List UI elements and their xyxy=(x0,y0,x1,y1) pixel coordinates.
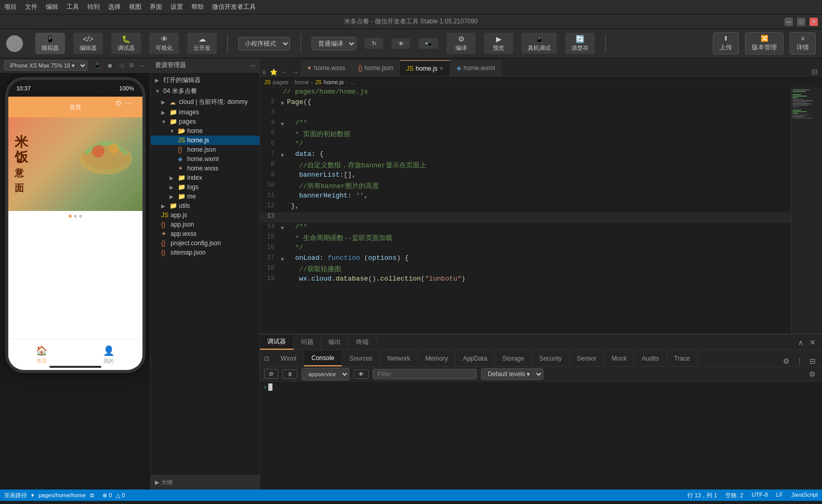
file-home-json[interactable]: {} home.json xyxy=(151,145,259,154)
split-editor-button[interactable]: ⊟ xyxy=(812,68,818,76)
phone-menu-icon[interactable]: ··· xyxy=(126,99,132,107)
dock-icon[interactable]: ⊟ xyxy=(807,356,818,366)
panel-tab-trace[interactable]: Trace xyxy=(667,350,698,366)
pages-folder[interactable]: ▼ 📁 pages xyxy=(151,117,259,126)
console-context-selector[interactable]: appservice xyxy=(302,368,349,380)
devtools-tab-terminal[interactable]: 终端 xyxy=(349,335,376,350)
status-language[interactable]: JavaScript xyxy=(791,492,818,499)
fold-arrow-4[interactable]: ▼ xyxy=(281,122,284,127)
panel-tab-sensor[interactable]: Sensor xyxy=(570,350,605,366)
open-editors-group[interactable]: ▶ 打开的编辑器 xyxy=(151,75,259,86)
menu-item-help[interactable]: 帮助 xyxy=(191,3,204,11)
panel-tab-console[interactable]: Console xyxy=(304,350,342,366)
cloud-button[interactable]: ☁ 云开发 xyxy=(187,33,217,54)
menu-item-select[interactable]: 选择 xyxy=(108,3,121,11)
copy-button[interactable]: ⧉ xyxy=(129,62,134,69)
devtools-tab-issues[interactable]: 问题 xyxy=(294,335,321,350)
compile-selector[interactable]: 普通编译 xyxy=(311,37,356,50)
preview-button[interactable]: ▶ 预览 xyxy=(484,33,513,54)
tab-forward[interactable]: → xyxy=(290,69,301,76)
record-button[interactable]: ⏺ xyxy=(107,62,113,69)
file-app-js[interactable]: JS app.js xyxy=(151,210,259,220)
settings-icon[interactable]: ⚙ xyxy=(781,356,792,366)
panel-tab-wxml[interactable]: Wxml xyxy=(273,350,304,366)
panel-tab-audits[interactable]: Audits xyxy=(634,350,667,366)
panel-tab-network[interactable]: Network xyxy=(380,350,418,366)
file-home-js[interactable]: JS home.js xyxy=(151,136,259,145)
status-spaces[interactable]: 空格: 2 xyxy=(725,492,743,499)
menu-item-settings[interactable]: 设置 xyxy=(171,3,183,11)
panel-tab-sources[interactable]: Sources xyxy=(342,350,380,366)
panel-tab-mock[interactable]: Mock xyxy=(605,350,635,366)
index-folder[interactable]: ▶ 📁 index xyxy=(151,173,259,182)
menu-item-project[interactable]: 项目 xyxy=(4,3,17,11)
tab-sidebar-toggle[interactable]: ≡ xyxy=(260,69,268,76)
devtools-close-button[interactable]: ✕ xyxy=(807,337,818,348)
console-preserve-button[interactable]: ⏸ xyxy=(282,369,297,379)
bc-pages[interactable]: pages xyxy=(273,79,289,85)
preview-mode-button[interactable]: 👁 xyxy=(392,38,410,49)
status-line-ending[interactable]: LF xyxy=(776,492,783,499)
simulator-button[interactable]: 📱 模拟器 xyxy=(35,33,65,54)
menu-item-goto[interactable]: 转到 xyxy=(87,3,100,11)
tab-home-json[interactable]: {} home.json xyxy=(352,60,400,76)
menu-item-view[interactable]: 视图 xyxy=(129,3,141,11)
file-app-json[interactable]: {} app.json xyxy=(151,220,259,229)
editor-button[interactable]: </> 编辑器 xyxy=(73,33,103,54)
console-settings-icon[interactable]: ⚙ xyxy=(807,369,818,379)
logs-folder[interactable]: ▶ 📁 logs xyxy=(151,182,259,192)
upload-button[interactable]: ⬆ 上传 xyxy=(713,32,739,55)
panel-tab-memory[interactable]: Memory xyxy=(418,350,455,366)
menu-item-ui[interactable]: 界面 xyxy=(150,3,162,11)
console-cursor[interactable] xyxy=(268,383,272,391)
panel-tab-security[interactable]: Security xyxy=(532,350,569,366)
status-file-path[interactable]: pages/home/home xyxy=(38,492,86,498)
panel-tab-storage[interactable]: Storage xyxy=(495,350,532,366)
fold-arrow-17[interactable]: ▼ xyxy=(281,257,284,262)
file-sitemap[interactable]: {} sitemap.json xyxy=(151,248,259,257)
file-home-wxss[interactable]: ✦ home.wxss xyxy=(151,164,259,173)
detail-button[interactable]: ≡ 详情 xyxy=(790,32,816,55)
tab-bookmark[interactable]: ⭐ xyxy=(268,69,280,76)
compile-button[interactable]: ⚙ 编译 xyxy=(447,33,476,54)
mode-selector[interactable]: 小程序模式 xyxy=(238,37,290,50)
bc-more[interactable]: ... xyxy=(350,79,355,85)
devtools-tab-output[interactable]: 输出 xyxy=(321,335,349,350)
devtools-tab-debugger[interactable]: 调试器 xyxy=(260,335,294,350)
status-copy-icon[interactable]: ⧉ xyxy=(90,492,94,499)
tab-home-wxml[interactable]: ◈ home.wxml xyxy=(450,60,502,76)
close-button[interactable]: ✕ xyxy=(810,18,818,26)
refresh-button[interactable]: ↻ xyxy=(364,38,383,49)
minimize-button[interactable]: — xyxy=(785,18,793,26)
visual-button[interactable]: 👁 可视化 xyxy=(149,33,179,54)
console-levels-selector[interactable]: Default levels ▾ xyxy=(481,368,543,380)
fold-arrow-7[interactable]: ▼ xyxy=(281,153,284,158)
home-folder[interactable]: ▼ 📂 home xyxy=(151,126,259,136)
real-device-button[interactable]: 📱 真机调试 xyxy=(521,33,557,54)
bc-file[interactable]: home.js xyxy=(324,79,344,85)
project-root[interactable]: ▼ 04 米多点餐 xyxy=(151,86,259,97)
status-row-col[interactable]: 行 13，列 1 xyxy=(687,492,717,499)
tab-home-wxss[interactable]: ✦ home.wxss xyxy=(301,60,352,76)
menu-item-wechat[interactable]: 微信开发者工具 xyxy=(212,3,256,11)
phone-icon-small[interactable]: 📱 xyxy=(94,62,101,69)
phone-camera-icon[interactable]: ⊙ xyxy=(115,99,122,107)
file-app-wxss[interactable]: ✦ app.wxss xyxy=(151,229,259,238)
tree-more-button[interactable]: ··· xyxy=(250,62,255,69)
fold-arrow-14[interactable]: ▼ xyxy=(281,226,284,231)
menu-item-tools[interactable]: 工具 xyxy=(67,3,79,11)
devtools-collapse-button[interactable]: ∧ xyxy=(796,337,805,348)
back-button[interactable]: ◁ xyxy=(119,62,123,69)
more-options-icon[interactable]: ⋮ xyxy=(794,356,805,366)
rotate-button[interactable]: ↔ xyxy=(140,62,146,69)
file-project-config[interactable]: {} project.config.json xyxy=(151,238,259,248)
maximize-button[interactable]: □ xyxy=(797,18,805,26)
fold-arrow-2[interactable]: ▼ xyxy=(281,101,284,107)
file-home-wxml[interactable]: ◈ home.wxml xyxy=(151,154,259,164)
debugger-button[interactable]: 🐛 调试器 xyxy=(111,33,141,54)
status-errors[interactable]: ⊗ 0 xyxy=(102,492,112,499)
me-folder[interactable]: ▶ 📁 me xyxy=(151,192,259,201)
utils-folder[interactable]: ▶ 📁 utils xyxy=(151,201,259,210)
clear-button[interactable]: 🔄 清楚存 xyxy=(565,33,595,54)
devtools-inspect-button[interactable]: ⊡ xyxy=(260,350,273,366)
